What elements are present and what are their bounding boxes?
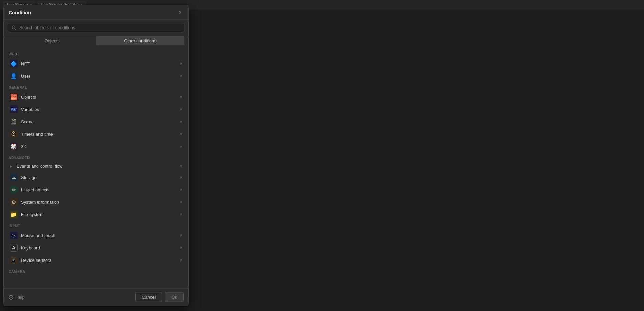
search-bar-area [4,20,188,36]
events-chevron: ∨ [180,164,182,168]
section-input-label: INPUT [4,221,188,229]
dialog-header: Condition × [4,5,188,20]
item-keyboard[interactable]: A Keyboard ∨ [5,242,187,254]
item-nft[interactable]: 🔷 NFT ∨ [5,57,187,70]
item-3d[interactable]: 🎲 3D ∨ [5,140,187,153]
linked-label: Linked objects [21,187,176,192]
threed-chevron: ∨ [180,144,182,149]
user-icon: 👤 [10,72,18,80]
timers-chevron: ∨ [180,132,182,136]
dialog-footer: ? Help Cancel Ok [4,288,188,306]
tab-objects-button[interactable]: Objects [8,36,96,45]
variables-chevron: ∨ [180,107,182,112]
nft-label: NFT [21,61,176,66]
variables-icon: Var [10,105,18,113]
storage-label: Storage [21,175,176,180]
section-advanced-label: ADVANCED [4,153,188,161]
svg-text:?: ? [10,296,12,299]
tab-other-button[interactable]: Other conditions [96,36,184,45]
item-objects[interactable]: 🧱 Objects ∨ [5,91,187,103]
footer-buttons: Cancel Ok [135,292,184,302]
item-scene[interactable]: 🎬 Scene ∨ [5,115,187,128]
linked-chevron: ∨ [180,188,182,192]
device-chevron: ∨ [180,258,182,263]
dialog-title: Condition [9,10,31,15]
item-user[interactable]: 👤 User ∨ [5,70,187,82]
objects-label: Objects [21,95,176,100]
threed-icon: 🎲 [10,143,18,150]
nft-icon: 🔷 [10,60,18,67]
filesys-icon: 📁 [10,211,18,218]
item-device[interactable]: 📱 Device sensors ∨ [5,254,187,266]
threed-label: 3D [21,144,176,149]
device-label: Device sensors [21,258,176,263]
item-storage[interactable]: ☁ Storage ∨ [5,171,187,184]
item-filesys[interactable]: 📁 File system ∨ [5,208,187,221]
item-timers[interactable]: ⏱ Timers and time ∨ [5,128,187,140]
help-icon: ? [9,295,13,300]
keyboard-icon: A [10,244,18,252]
events-label: Events and control flow [16,164,176,169]
keyboard-chevron: ∨ [180,246,182,250]
device-icon: 📱 [10,256,18,264]
mouse-label: Mouse and touch [21,233,176,238]
storage-icon: ☁ [10,174,18,181]
sysinfo-icon: ⚙ [10,198,18,206]
user-label: User [21,74,176,79]
svg-line-1 [15,29,16,30]
search-input-wrap [8,23,184,32]
section-general-label: GENERAL [4,82,188,91]
linked-icon: ✏ [10,186,18,193]
conditions-list: WEB3 🔷 NFT ∨ 👤 User ∨ GENERAL 🧱 Objects … [4,49,188,288]
item-variables[interactable]: Var Variables ∨ [5,103,187,115]
section-camera-label: CAMERA [4,266,188,275]
filesys-chevron: ∨ [180,212,182,217]
objects-icon: 🧱 [10,93,18,101]
mouse-chevron: ∨ [180,233,182,238]
help-link[interactable]: ? Help [9,295,25,300]
cancel-button[interactable]: Cancel [135,292,162,302]
ok-button[interactable]: Ok [165,292,184,302]
filesys-label: File system [21,212,176,217]
keyboard-label: Keyboard [21,245,176,251]
scene-icon: 🎬 [10,118,18,125]
condition-dialog: Condition × Objects Other conditions WEB… [3,5,189,306]
sysinfo-chevron: ∨ [180,200,182,204]
nft-chevron: ∨ [180,62,182,66]
section-web3-label: WEB3 [4,49,188,57]
help-label: Help [15,295,25,300]
item-mouse[interactable]: 🖱 Mouse and touch ∨ [5,229,187,242]
dialog-close-button[interactable]: × [176,9,184,16]
tab-buttons: Objects Other conditions [4,36,188,49]
sysinfo-label: System information [21,200,176,205]
search-icon [12,25,16,30]
item-sysinfo[interactable]: ⚙ System information ∨ [5,196,187,208]
storage-chevron: ∨ [180,175,182,180]
scene-label: Scene [21,119,176,124]
mouse-icon: 🖱 [10,232,18,239]
events-triangle-icon: ▶ [10,165,12,168]
variables-label: Variables [21,107,176,112]
scene-chevron: ∨ [180,120,182,124]
search-input[interactable] [19,25,181,30]
item-events[interactable]: ▶ Events and control flow ∨ [5,161,187,171]
timers-label: Timers and time [21,132,176,137]
objects-chevron: ∨ [180,95,182,99]
item-linked[interactable]: ✏ Linked objects ∨ [5,184,187,196]
user-chevron: ∨ [180,74,182,78]
timer-icon: ⏱ [10,130,18,138]
